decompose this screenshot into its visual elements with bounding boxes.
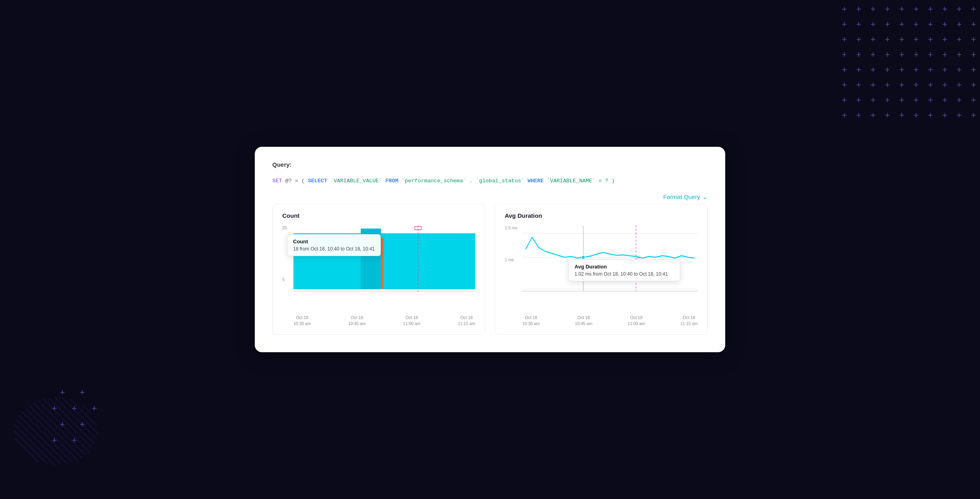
code-schema: `performance_schema` . `global_status` xyxy=(401,178,527,184)
svg-point-1 xyxy=(14,397,98,465)
keyword-set: SET xyxy=(272,178,282,184)
chevron-down-icon: ⌄ xyxy=(703,193,708,201)
avg-duration-x-labels: Oct 1810:30 am Oct 1810:45 am Oct 1811:0… xyxy=(522,315,698,326)
main-card: Query: SET @? = ( SELECT `VARIABLE_VALUE… xyxy=(255,147,725,353)
query-code: SET @? = ( SELECT `VARIABLE_VALUE` FROM … xyxy=(272,175,708,187)
count-y-mid: 5 xyxy=(282,277,285,282)
count-chart-title: Count xyxy=(282,212,475,219)
count-y-max: 20 xyxy=(282,225,287,230)
avg-x-label-3: Oct 1811:00 am xyxy=(628,315,645,326)
count-tooltip-value: 18 from Oct 18, 10:40 to Oct 18, 10:41 xyxy=(293,246,375,252)
avg-x-label-2: Oct 1810:45 am xyxy=(575,315,592,326)
keyword-where: WHERE xyxy=(527,178,544,184)
avg-duration-tooltip-title: Avg Duration xyxy=(575,264,674,270)
count-x-label-2: Oct 1810:45 am xyxy=(348,315,366,326)
format-query-button[interactable]: Format Query ⌄ xyxy=(663,193,708,201)
avg-x-label-1: Oct 1810:30 am xyxy=(522,315,540,326)
count-tooltip: Count 18 from Oct 18, 10:40 to Oct 18, 1… xyxy=(287,234,381,256)
count-chart-area: 20 5 xyxy=(282,225,475,313)
avg-y-max: 1.5 ms xyxy=(505,225,518,230)
avg-x-label-4: Oct 1811:15 am xyxy=(680,315,698,326)
avg-duration-chart-area: 1.5 ms 1 ms This query xyxy=(505,225,698,313)
code-variable-value: `VARIABLE_VALUE` xyxy=(331,178,386,184)
count-chart-card: Count 20 5 xyxy=(272,204,485,335)
query-section: Query: SET @? = ( SELECT `VARIABLE_VALUE… xyxy=(272,161,708,187)
svg-rect-6 xyxy=(381,237,384,289)
count-x-label-3: Oct 1811:00 am xyxy=(403,315,421,326)
keyword-from: FROM xyxy=(386,178,398,184)
avg-duration-tooltip-value: 1.02 ms from Oct 18, 10:40 to Oct 18, 10… xyxy=(575,271,674,277)
count-tooltip-title: Count xyxy=(293,239,375,245)
avg-y-mid: 1 ms xyxy=(505,257,514,262)
keyword-select: SELECT xyxy=(308,178,327,184)
format-query-label: Format Query xyxy=(663,193,700,200)
query-label: Query: xyxy=(272,161,708,168)
svg-point-16 xyxy=(582,255,585,259)
avg-duration-chart-title: Avg Duration xyxy=(505,212,698,219)
count-x-label-1: Oct 1810:30 am xyxy=(293,315,311,326)
avg-duration-tooltip: Avg Duration 1.02 ms from Oct 18, 10:40 … xyxy=(569,259,680,281)
avg-duration-chart-card: Avg Duration 1.5 ms 1 ms This query xyxy=(495,204,708,335)
charts-row: Count 20 5 xyxy=(272,204,708,335)
count-x-label-4: Oct 1811:15 am xyxy=(458,315,475,326)
count-x-labels: Oct 1810:30 am Oct 1810:45 am Oct 1811:0… xyxy=(293,315,475,326)
code-variable-name: `VARIABLE_NAME` = ? ) xyxy=(547,178,615,184)
code-plain-1: @? = ( xyxy=(285,178,308,184)
